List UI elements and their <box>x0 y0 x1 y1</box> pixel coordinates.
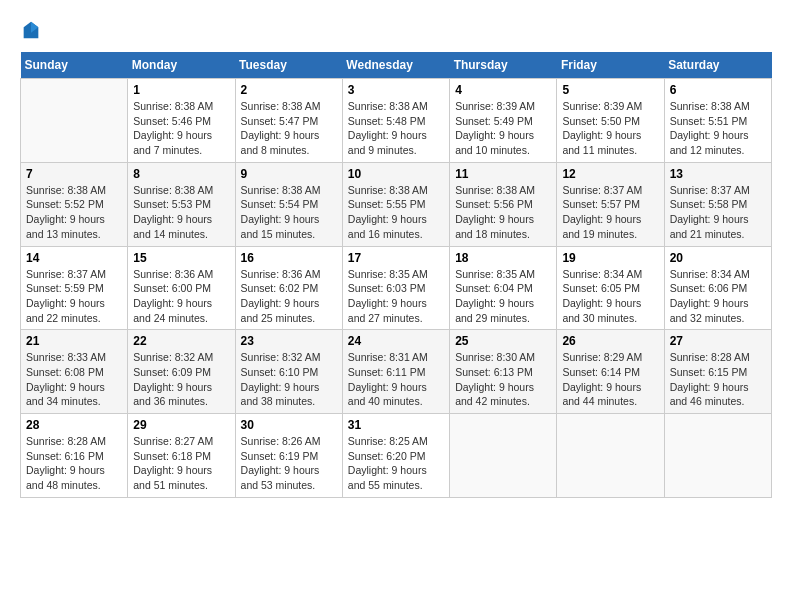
day-number: 5 <box>562 83 658 97</box>
logo-icon <box>20 20 42 42</box>
day-detail: Sunrise: 8:38 AM Sunset: 5:52 PM Dayligh… <box>26 184 106 240</box>
calendar-day-cell: 29Sunrise: 8:27 AM Sunset: 6:18 PM Dayli… <box>128 414 235 498</box>
day-number: 23 <box>241 334 337 348</box>
calendar-week-row: 21Sunrise: 8:33 AM Sunset: 6:08 PM Dayli… <box>21 330 772 414</box>
calendar-day-cell: 22Sunrise: 8:32 AM Sunset: 6:09 PM Dayli… <box>128 330 235 414</box>
day-detail: Sunrise: 8:29 AM Sunset: 6:14 PM Dayligh… <box>562 351 642 407</box>
day-of-week-header: Thursday <box>450 52 557 79</box>
calendar-day-cell: 25Sunrise: 8:30 AM Sunset: 6:13 PM Dayli… <box>450 330 557 414</box>
calendar-day-cell: 24Sunrise: 8:31 AM Sunset: 6:11 PM Dayli… <box>342 330 449 414</box>
day-number: 21 <box>26 334 122 348</box>
day-of-week-header: Saturday <box>664 52 771 79</box>
calendar-week-row: 1Sunrise: 8:38 AM Sunset: 5:46 PM Daylig… <box>21 79 772 163</box>
day-number: 4 <box>455 83 551 97</box>
day-number: 15 <box>133 251 229 265</box>
calendar-day-cell: 14Sunrise: 8:37 AM Sunset: 5:59 PM Dayli… <box>21 246 128 330</box>
calendar-day-cell: 12Sunrise: 8:37 AM Sunset: 5:57 PM Dayli… <box>557 162 664 246</box>
day-number: 29 <box>133 418 229 432</box>
calendar-week-row: 14Sunrise: 8:37 AM Sunset: 5:59 PM Dayli… <box>21 246 772 330</box>
day-detail: Sunrise: 8:37 AM Sunset: 5:59 PM Dayligh… <box>26 268 106 324</box>
day-detail: Sunrise: 8:32 AM Sunset: 6:10 PM Dayligh… <box>241 351 321 407</box>
day-detail: Sunrise: 8:36 AM Sunset: 6:02 PM Dayligh… <box>241 268 321 324</box>
calendar-day-cell <box>450 414 557 498</box>
day-of-week-header: Sunday <box>21 52 128 79</box>
day-detail: Sunrise: 8:38 AM Sunset: 5:55 PM Dayligh… <box>348 184 428 240</box>
calendar-header-row: SundayMondayTuesdayWednesdayThursdayFrid… <box>21 52 772 79</box>
day-number: 19 <box>562 251 658 265</box>
day-number: 13 <box>670 167 766 181</box>
day-number: 26 <box>562 334 658 348</box>
calendar-day-cell: 5Sunrise: 8:39 AM Sunset: 5:50 PM Daylig… <box>557 79 664 163</box>
calendar-day-cell: 6Sunrise: 8:38 AM Sunset: 5:51 PM Daylig… <box>664 79 771 163</box>
day-detail: Sunrise: 8:35 AM Sunset: 6:04 PM Dayligh… <box>455 268 535 324</box>
day-detail: Sunrise: 8:27 AM Sunset: 6:18 PM Dayligh… <box>133 435 213 491</box>
day-number: 7 <box>26 167 122 181</box>
day-detail: Sunrise: 8:38 AM Sunset: 5:56 PM Dayligh… <box>455 184 535 240</box>
calendar-day-cell: 18Sunrise: 8:35 AM Sunset: 6:04 PM Dayli… <box>450 246 557 330</box>
calendar-day-cell: 11Sunrise: 8:38 AM Sunset: 5:56 PM Dayli… <box>450 162 557 246</box>
day-detail: Sunrise: 8:39 AM Sunset: 5:50 PM Dayligh… <box>562 100 642 156</box>
day-detail: Sunrise: 8:38 AM Sunset: 5:46 PM Dayligh… <box>133 100 213 156</box>
calendar-day-cell: 1Sunrise: 8:38 AM Sunset: 5:46 PM Daylig… <box>128 79 235 163</box>
day-detail: Sunrise: 8:38 AM Sunset: 5:54 PM Dayligh… <box>241 184 321 240</box>
day-number: 28 <box>26 418 122 432</box>
day-number: 25 <box>455 334 551 348</box>
calendar-day-cell: 31Sunrise: 8:25 AM Sunset: 6:20 PM Dayli… <box>342 414 449 498</box>
day-number: 2 <box>241 83 337 97</box>
calendar-day-cell: 23Sunrise: 8:32 AM Sunset: 6:10 PM Dayli… <box>235 330 342 414</box>
day-number: 12 <box>562 167 658 181</box>
day-detail: Sunrise: 8:37 AM Sunset: 5:57 PM Dayligh… <box>562 184 642 240</box>
calendar-day-cell: 13Sunrise: 8:37 AM Sunset: 5:58 PM Dayli… <box>664 162 771 246</box>
day-of-week-header: Tuesday <box>235 52 342 79</box>
day-number: 24 <box>348 334 444 348</box>
day-detail: Sunrise: 8:39 AM Sunset: 5:49 PM Dayligh… <box>455 100 535 156</box>
calendar-day-cell: 4Sunrise: 8:39 AM Sunset: 5:49 PM Daylig… <box>450 79 557 163</box>
calendar-day-cell: 3Sunrise: 8:38 AM Sunset: 5:48 PM Daylig… <box>342 79 449 163</box>
day-number: 11 <box>455 167 551 181</box>
day-number: 1 <box>133 83 229 97</box>
calendar-day-cell: 19Sunrise: 8:34 AM Sunset: 6:05 PM Dayli… <box>557 246 664 330</box>
day-number: 30 <box>241 418 337 432</box>
day-number: 20 <box>670 251 766 265</box>
calendar-day-cell <box>557 414 664 498</box>
calendar-day-cell: 15Sunrise: 8:36 AM Sunset: 6:00 PM Dayli… <box>128 246 235 330</box>
day-number: 6 <box>670 83 766 97</box>
day-detail: Sunrise: 8:26 AM Sunset: 6:19 PM Dayligh… <box>241 435 321 491</box>
day-detail: Sunrise: 8:33 AM Sunset: 6:08 PM Dayligh… <box>26 351 106 407</box>
day-number: 31 <box>348 418 444 432</box>
day-detail: Sunrise: 8:34 AM Sunset: 6:05 PM Dayligh… <box>562 268 642 324</box>
day-number: 9 <box>241 167 337 181</box>
day-detail: Sunrise: 8:37 AM Sunset: 5:58 PM Dayligh… <box>670 184 750 240</box>
calendar-week-row: 28Sunrise: 8:28 AM Sunset: 6:16 PM Dayli… <box>21 414 772 498</box>
calendar-day-cell: 8Sunrise: 8:38 AM Sunset: 5:53 PM Daylig… <box>128 162 235 246</box>
day-number: 3 <box>348 83 444 97</box>
day-detail: Sunrise: 8:35 AM Sunset: 6:03 PM Dayligh… <box>348 268 428 324</box>
day-of-week-header: Monday <box>128 52 235 79</box>
calendar-day-cell: 16Sunrise: 8:36 AM Sunset: 6:02 PM Dayli… <box>235 246 342 330</box>
calendar-day-cell <box>21 79 128 163</box>
calendar-table: SundayMondayTuesdayWednesdayThursdayFrid… <box>20 52 772 498</box>
day-detail: Sunrise: 8:31 AM Sunset: 6:11 PM Dayligh… <box>348 351 428 407</box>
calendar-day-cell: 7Sunrise: 8:38 AM Sunset: 5:52 PM Daylig… <box>21 162 128 246</box>
day-of-week-header: Friday <box>557 52 664 79</box>
calendar-day-cell: 9Sunrise: 8:38 AM Sunset: 5:54 PM Daylig… <box>235 162 342 246</box>
day-number: 10 <box>348 167 444 181</box>
day-detail: Sunrise: 8:38 AM Sunset: 5:53 PM Dayligh… <box>133 184 213 240</box>
day-number: 27 <box>670 334 766 348</box>
calendar-day-cell: 26Sunrise: 8:29 AM Sunset: 6:14 PM Dayli… <box>557 330 664 414</box>
calendar-day-cell: 2Sunrise: 8:38 AM Sunset: 5:47 PM Daylig… <box>235 79 342 163</box>
calendar-day-cell: 20Sunrise: 8:34 AM Sunset: 6:06 PM Dayli… <box>664 246 771 330</box>
day-detail: Sunrise: 8:38 AM Sunset: 5:48 PM Dayligh… <box>348 100 428 156</box>
day-detail: Sunrise: 8:38 AM Sunset: 5:47 PM Dayligh… <box>241 100 321 156</box>
day-number: 17 <box>348 251 444 265</box>
day-detail: Sunrise: 8:32 AM Sunset: 6:09 PM Dayligh… <box>133 351 213 407</box>
day-detail: Sunrise: 8:30 AM Sunset: 6:13 PM Dayligh… <box>455 351 535 407</box>
day-detail: Sunrise: 8:34 AM Sunset: 6:06 PM Dayligh… <box>670 268 750 324</box>
calendar-week-row: 7Sunrise: 8:38 AM Sunset: 5:52 PM Daylig… <box>21 162 772 246</box>
day-number: 22 <box>133 334 229 348</box>
calendar-day-cell: 28Sunrise: 8:28 AM Sunset: 6:16 PM Dayli… <box>21 414 128 498</box>
day-detail: Sunrise: 8:28 AM Sunset: 6:15 PM Dayligh… <box>670 351 750 407</box>
calendar-day-cell: 10Sunrise: 8:38 AM Sunset: 5:55 PM Dayli… <box>342 162 449 246</box>
day-detail: Sunrise: 8:28 AM Sunset: 6:16 PM Dayligh… <box>26 435 106 491</box>
day-of-week-header: Wednesday <box>342 52 449 79</box>
